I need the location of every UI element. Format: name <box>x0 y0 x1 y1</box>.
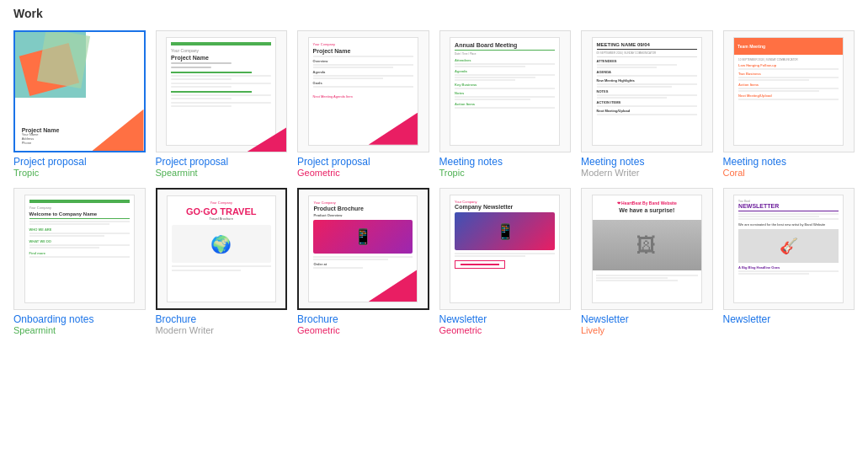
card-subtitle-project-tropic: Tropic <box>13 168 146 178</box>
card-title-newsletter-plum: Newsletter <box>723 313 855 325</box>
card-title-project-tropic: Project proposal <box>13 156 146 168</box>
card-subtitle-brochure-geometric: Geometric <box>297 325 429 335</box>
card-title-newsletter-geo: Newsletter <box>439 313 572 325</box>
section-title: Work <box>0 0 868 24</box>
card-subtitle-meeting-coral: Coral <box>723 168 855 178</box>
card-subtitle-newsletter-lively: Lively <box>581 325 713 335</box>
card-brochure-mw[interactable]: Your Company GO·GO TRAVEL Travel Brochur… <box>156 188 288 335</box>
card-meeting-modern[interactable]: MEETING NAME 09/04 09 SEPTEMBER 2024 | S… <box>581 30 713 178</box>
card-newsletter-plum[interactable]: Your Band NEWSLETTER We are nominated fo… <box>723 188 855 335</box>
card-title-brochure-geometric: Brochure <box>297 313 429 325</box>
card-subtitle-meeting-tropic: Tropic <box>439 168 572 178</box>
card-title-meeting-modern: Meeting notes <box>581 156 713 168</box>
card-title-onboarding-spearmint: Onboarding notes <box>13 313 146 325</box>
card-title-brochure-mw: Brochure <box>156 313 288 325</box>
card-meeting-coral[interactable]: Team Meeting 10 SEPTEMBER 2024 | SUNDAY … <box>723 30 855 178</box>
card-title-project-geometric: Project proposal <box>297 156 429 168</box>
card-subtitle-onboarding-spearmint: Spearmint <box>13 325 146 335</box>
card-meeting-tropic[interactable]: Annual Board Meeting Date / Time / Place… <box>439 30 572 178</box>
card-subtitle-brochure-mw: Modern Writer <box>156 325 288 335</box>
card-title-meeting-coral: Meeting notes <box>723 156 855 168</box>
card-brochure-geometric[interactable]: Your Company Product Brochure Product Ov… <box>297 188 429 335</box>
card-newsletter-lively[interactable]: ❤ HeartBeat By Band Website We have a su… <box>581 188 713 335</box>
card-newsletter-geo[interactable]: Your Company Company Newsletter 📱 Newsle… <box>439 188 572 335</box>
card-project-tropic[interactable]: Project Name Your NameAddressPhone Proje… <box>13 30 146 178</box>
card-subtitle-project-geometric: Geometric <box>297 168 429 178</box>
card-subtitle-newsletter-geo: Geometric <box>439 325 572 335</box>
card-onboarding-spearmint[interactable]: Your Company Welcome to Company Name WHO… <box>13 188 146 335</box>
card-title-project-spearmint: Project proposal <box>156 156 288 168</box>
card-title-newsletter-lively: Newsletter <box>581 313 713 325</box>
card-subtitle-meeting-modern: Modern Writer <box>581 168 713 178</box>
card-project-geometric[interactable]: Your Company Project Name Overview Agend… <box>297 30 429 178</box>
card-project-spearmint[interactable]: Your Company Project Name Project propos… <box>156 30 288 178</box>
template-grid: Project Name Your NameAddressPhone Proje… <box>0 24 868 349</box>
card-title-meeting-tropic: Meeting notes <box>439 156 572 168</box>
card-subtitle-project-spearmint: Spearmint <box>156 168 288 178</box>
